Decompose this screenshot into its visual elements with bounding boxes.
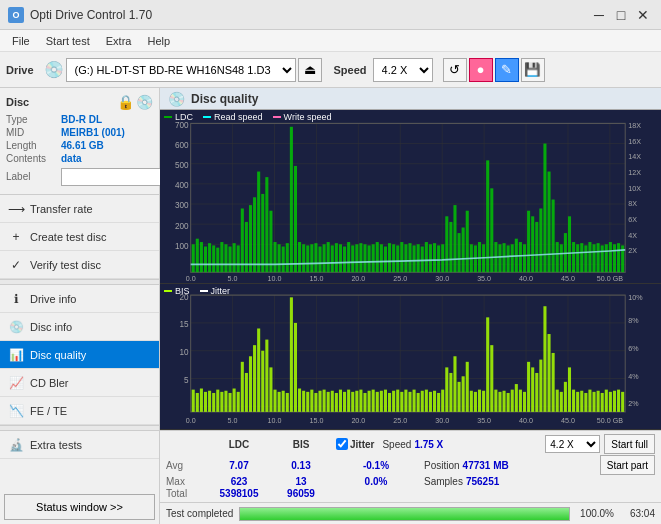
menubar: File Start test Extra Help <box>0 30 661 52</box>
svg-rect-243 <box>490 346 493 413</box>
svg-rect-269 <box>597 391 600 412</box>
svg-rect-123 <box>613 244 616 272</box>
svg-rect-204 <box>331 391 334 412</box>
save-button[interactable]: 💾 <box>521 58 545 82</box>
nav-disc-quality-label: Disc quality <box>30 349 86 361</box>
svg-text:0.0: 0.0 <box>186 416 196 425</box>
jitter-checkbox[interactable] <box>336 438 348 450</box>
svg-rect-104 <box>535 222 538 272</box>
menu-help[interactable]: Help <box>139 33 178 49</box>
svg-rect-181 <box>237 392 240 412</box>
drive-bar: Drive 💿 (G:) HL-DT-ST BD-RE WH16NS48 1.D… <box>0 52 661 88</box>
svg-rect-187 <box>261 351 264 412</box>
svg-text:35.0: 35.0 <box>477 416 491 425</box>
svg-rect-272 <box>609 392 612 412</box>
svg-rect-67 <box>384 247 387 273</box>
svg-rect-56 <box>339 244 342 272</box>
svg-rect-242 <box>486 318 489 413</box>
nav-transfer-rate[interactable]: ⟶ Transfer rate <box>0 195 159 223</box>
maximize-button[interactable]: □ <box>611 5 631 25</box>
svg-rect-78 <box>429 244 432 272</box>
nav-disc-quality[interactable]: 📊 Disc quality <box>0 341 159 369</box>
label-input[interactable] <box>61 168 161 186</box>
nav-verify-test-disc[interactable]: ✓ Verify test disc <box>0 251 159 279</box>
drive-selector[interactable]: (G:) HL-DT-ST BD-RE WH16NS48 1.D3 <box>66 58 296 82</box>
svg-rect-50 <box>314 243 317 272</box>
read-speed-legend-dot <box>203 116 211 118</box>
status-window-button[interactable]: Status window >> <box>4 494 155 520</box>
nav-create-test-disc[interactable]: + Create test disc <box>0 223 159 251</box>
content-area: 💿 Disc quality LDC Read speed <box>160 88 661 524</box>
nav-drive-info[interactable]: ℹ Drive info <box>0 285 159 313</box>
chart1-legend: LDC Read speed Write speed <box>164 112 331 122</box>
menu-extra[interactable]: Extra <box>98 33 140 49</box>
svg-rect-23 <box>204 247 207 273</box>
svg-rect-70 <box>396 245 399 272</box>
svg-rect-212 <box>363 393 366 412</box>
svg-rect-46 <box>298 242 301 272</box>
max-bis: 13 <box>270 476 332 487</box>
svg-rect-254 <box>535 373 538 412</box>
nav-extra-tests[interactable]: 🔬 Extra tests <box>0 431 159 459</box>
svg-rect-235 <box>458 382 461 412</box>
create-test-disc-icon: + <box>8 229 24 245</box>
progress-percent: 100.0% <box>576 508 614 519</box>
svg-rect-57 <box>343 247 346 273</box>
svg-rect-226 <box>421 391 424 412</box>
jitter-checkbox-area: Jitter <box>336 438 374 450</box>
analyze-button[interactable]: ● <box>469 58 493 82</box>
svg-rect-208 <box>347 390 350 412</box>
start-full-button[interactable]: Start full <box>604 434 655 454</box>
minimize-button[interactable]: ─ <box>589 5 609 25</box>
nav-fe-te[interactable]: 📉 FE / TE <box>0 397 159 425</box>
svg-rect-261 <box>564 382 567 412</box>
svg-rect-185 <box>253 346 256 413</box>
svg-rect-265 <box>580 391 583 412</box>
svg-rect-109 <box>556 242 559 272</box>
svg-rect-225 <box>417 393 420 412</box>
svg-rect-241 <box>482 391 485 412</box>
svg-text:2%: 2% <box>628 399 639 408</box>
svg-rect-194 <box>290 298 293 413</box>
svg-text:50.0 GB: 50.0 GB <box>597 416 623 425</box>
disc-contents-label: Contents <box>6 153 61 164</box>
quality-speed-selector[interactable]: 4.2 X <box>545 435 600 453</box>
svg-rect-182 <box>241 362 244 412</box>
svg-rect-264 <box>576 392 579 412</box>
svg-text:300: 300 <box>175 200 189 210</box>
chart2-container: BIS Jitter <box>160 284 661 430</box>
svg-rect-190 <box>273 390 276 412</box>
svg-text:4X: 4X <box>628 230 637 239</box>
disc-mid-row: MID MEIRB1 (001) <box>6 127 153 138</box>
svg-rect-113 <box>572 242 575 272</box>
eject-button[interactable]: ⏏ <box>298 58 322 82</box>
speed-selector[interactable]: 4.2 X <box>373 58 433 82</box>
write-button[interactable]: ✎ <box>495 58 519 82</box>
svg-rect-93 <box>490 188 493 272</box>
nav-cd-bler[interactable]: 📈 CD Bler <box>0 369 159 397</box>
svg-rect-63 <box>368 245 371 272</box>
svg-text:20.0: 20.0 <box>351 274 365 283</box>
start-part-button[interactable]: Start part <box>600 455 655 475</box>
disc-header: Disc 🔒 💿 <box>6 94 153 110</box>
menu-file[interactable]: File <box>4 33 38 49</box>
svg-rect-54 <box>331 245 334 272</box>
window-controls: ─ □ ✕ <box>589 5 653 25</box>
svg-text:5: 5 <box>184 375 189 385</box>
svg-text:40.0: 40.0 <box>519 416 533 425</box>
svg-rect-30 <box>233 243 236 272</box>
svg-rect-83 <box>449 222 452 272</box>
svg-text:400: 400 <box>175 180 189 190</box>
refresh-button[interactable]: ↺ <box>443 58 467 82</box>
close-button[interactable]: ✕ <box>633 5 653 25</box>
svg-rect-92 <box>486 160 489 272</box>
speed-stat-value: 1.75 X <box>414 439 443 450</box>
svg-text:10.0: 10.0 <box>268 416 282 425</box>
svg-text:16X: 16X <box>628 136 641 145</box>
nav-disc-info[interactable]: 💿 Disc info <box>0 313 159 341</box>
svg-rect-72 <box>404 244 407 272</box>
menu-start-test[interactable]: Start test <box>38 33 98 49</box>
svg-rect-179 <box>229 393 232 412</box>
nav-cd-bler-label: CD Bler <box>30 377 69 389</box>
svg-rect-64 <box>372 244 375 272</box>
